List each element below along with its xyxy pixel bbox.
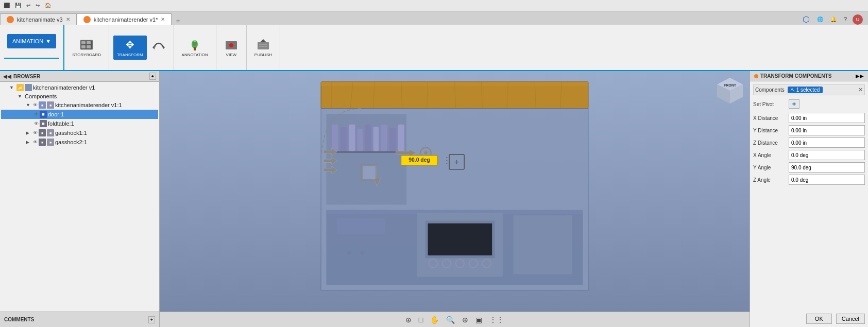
svg-text:FRONT: FRONT bbox=[724, 83, 737, 87]
tree-icon-assembly bbox=[25, 84, 32, 91]
tree-item-gasshock2[interactable]: ▶ 👁 ■ ■ gasshock2:1 bbox=[1, 137, 158, 147]
user-avatar[interactable]: U bbox=[853, 14, 863, 25]
transform-toolbar-btn[interactable]: ⊕ bbox=[403, 314, 414, 325]
view-btn[interactable]: VIEW bbox=[220, 36, 242, 60]
annotation-label: ANNOTATION bbox=[182, 53, 208, 57]
tree-expand-render[interactable]: ▼ bbox=[26, 102, 32, 108]
tree-label-foldtable: foldtable:1 bbox=[48, 121, 74, 127]
tree-eye-door[interactable]: 👁 bbox=[34, 112, 39, 117]
left-panel: ◀◀ BROWSER ● ▼ 📁 kitchenanimaterender v1… bbox=[0, 71, 160, 327]
z-distance-input[interactable] bbox=[789, 137, 865, 148]
tree-expand-gasshock1[interactable]: ▶ bbox=[26, 130, 32, 135]
cancel-button[interactable]: Cancel bbox=[836, 314, 865, 324]
tree-eye-foldtable[interactable]: 👁 bbox=[34, 121, 39, 126]
tree-item-gasshock1[interactable]: ▶ 👁 ■ ■ gasshock1:1 bbox=[1, 128, 158, 137]
tree-eye-gasshock1[interactable]: 👁 bbox=[33, 130, 38, 135]
animation-dropdown-arrow: ▼ bbox=[45, 38, 51, 44]
panel-collapse-btn[interactable]: ▶▶ bbox=[856, 73, 864, 79]
zoom-window-btn[interactable]: ⊕ bbox=[459, 314, 471, 325]
z-angle-row: Z Angle bbox=[753, 175, 865, 185]
tab-kitchenrender[interactable]: kitchenanimaterender v1* ✕ bbox=[77, 13, 172, 25]
view-cube[interactable]: FRONT bbox=[714, 75, 745, 106]
svg-rect-3 bbox=[81, 45, 86, 48]
storyboard-label: STORYBOARD bbox=[72, 53, 101, 57]
transform-move-icon: ✥ bbox=[123, 38, 137, 53]
y-distance-label: Y Distance bbox=[753, 128, 787, 133]
tab-icon-2 bbox=[83, 16, 91, 23]
z-angle-input[interactable] bbox=[789, 175, 865, 185]
view-label: VIEW bbox=[226, 53, 236, 57]
tree-eye-gasshock2[interactable]: 👁 bbox=[33, 140, 38, 145]
ribbon-annotation-section: ANNOTATION bbox=[174, 25, 216, 70]
svg-text:90.0 deg: 90.0 deg bbox=[409, 157, 430, 163]
tab-close-2[interactable]: ✕ bbox=[161, 16, 165, 22]
system-toolbar: ⬛ 💾 ↩ ↪ 🏠 bbox=[0, 0, 868, 11]
browser-options-btn[interactable]: ● bbox=[149, 73, 156, 80]
tree-label-components: Components bbox=[25, 93, 57, 99]
tree-item-components[interactable]: ▼ Components bbox=[1, 92, 158, 100]
annotation-icon bbox=[188, 38, 202, 53]
z-distance-row: Z Distance bbox=[753, 137, 865, 148]
bell-icon[interactable]: 🔔 bbox=[829, 16, 838, 23]
redo-btn[interactable]: ↪ bbox=[34, 2, 41, 9]
tab-close-1[interactable]: ✕ bbox=[66, 16, 70, 22]
display-mode-btn[interactable]: ▣ bbox=[473, 314, 485, 325]
transform-move-btn[interactable]: ✥ TRANSFORM bbox=[113, 36, 147, 60]
transform-panel-header: TRANSFORM COMPONENTS ▶▶ bbox=[750, 71, 868, 81]
center-area: 90.0 deg ⋮ + bbox=[160, 71, 750, 327]
tab-icon-1 bbox=[7, 16, 14, 23]
svg-marker-15 bbox=[260, 39, 266, 42]
help-icon[interactable]: ? bbox=[842, 16, 848, 23]
pan-btn[interactable]: ✋ bbox=[428, 314, 441, 325]
x-angle-input[interactable] bbox=[789, 150, 865, 160]
transform-label: TRANSFORM bbox=[117, 53, 143, 57]
tree-item-door[interactable]: 👁 ■ door:1 bbox=[1, 110, 158, 119]
zoom-btn[interactable]: 🔍 bbox=[444, 314, 457, 325]
tree-expand-components[interactable]: ▼ bbox=[18, 94, 24, 99]
save-btn[interactable]: 💾 bbox=[13, 2, 23, 9]
z-distance-label: Z Distance bbox=[753, 140, 787, 146]
ortho-btn[interactable]: □ bbox=[416, 314, 426, 325]
publish-label: PUBLISH bbox=[254, 53, 272, 57]
svg-point-70 bbox=[347, 251, 351, 255]
x-distance-input[interactable] bbox=[789, 113, 865, 123]
tree-item-render[interactable]: ▼ 👁 ■ ■ kitchenanimaterender v1:1 bbox=[1, 100, 158, 110]
y-angle-input[interactable] bbox=[789, 162, 865, 173]
animation-dropdown-btn[interactable]: ANIMATION ▼ bbox=[7, 34, 56, 48]
clear-selection-btn[interactable]: ✕ bbox=[858, 87, 863, 93]
svg-rect-61 bbox=[428, 223, 492, 255]
browser-back-icon[interactable]: ◀◀ bbox=[3, 74, 11, 79]
storyboard-btn[interactable]: STORYBOARD bbox=[69, 36, 105, 60]
tab-label-2: kitchenanimaterender v1* bbox=[94, 16, 158, 23]
viewport[interactable]: 90.0 deg ⋮ + bbox=[160, 71, 750, 312]
autodesk-icon[interactable]: ⬡ bbox=[801, 14, 811, 25]
tree-expand-gasshock2[interactable]: ▶ bbox=[26, 140, 32, 145]
undo-btn[interactable]: ↩ bbox=[25, 2, 32, 9]
tree-item-foldtable[interactable]: 👁 ■ foldtable:1 bbox=[1, 119, 158, 128]
comments-options-btn[interactable]: + bbox=[148, 316, 155, 323]
tree-eye-render[interactable]: 👁 bbox=[33, 102, 38, 108]
x-angle-row: X Angle bbox=[753, 150, 865, 160]
new-tab-btn[interactable]: + bbox=[172, 16, 184, 25]
y-distance-input[interactable] bbox=[789, 125, 865, 135]
annotation-btn[interactable]: ANNOTATION bbox=[178, 36, 212, 60]
svg-text:+: + bbox=[454, 157, 459, 167]
transform-rotate-btn[interactable] bbox=[148, 38, 169, 57]
tree-icon-gasshock2: ■ bbox=[39, 139, 46, 146]
tab-bar: kitchenanimate v3 ✕ kitchenanimaterender… bbox=[0, 11, 868, 25]
publish-btn[interactable]: PUBLISH bbox=[251, 36, 276, 60]
grid-btn[interactable]: ⬛ bbox=[2, 2, 11, 9]
globe-icon[interactable]: 🌐 bbox=[815, 16, 825, 23]
grid-display-btn[interactable]: ⋮⋮ bbox=[487, 314, 506, 325]
svg-rect-2 bbox=[87, 41, 91, 44]
svg-rect-4 bbox=[87, 45, 91, 48]
set-pivot-btn[interactable]: ⌗ bbox=[789, 99, 799, 109]
tab-kitchenanimate[interactable]: kitchenanimate v3 ✕ bbox=[0, 13, 77, 25]
svg-rect-38 bbox=[381, 125, 387, 151]
home-btn[interactable]: 🏠 bbox=[43, 2, 53, 9]
tree-expand-root[interactable]: ▼ bbox=[9, 85, 15, 90]
tree-icon-root: 📁 bbox=[16, 84, 24, 91]
tree-item-root[interactable]: ▼ 📁 kitchenanimaterender v1 bbox=[1, 83, 158, 92]
ok-button[interactable]: OK bbox=[806, 314, 832, 324]
x-distance-label: X Distance bbox=[753, 115, 787, 121]
